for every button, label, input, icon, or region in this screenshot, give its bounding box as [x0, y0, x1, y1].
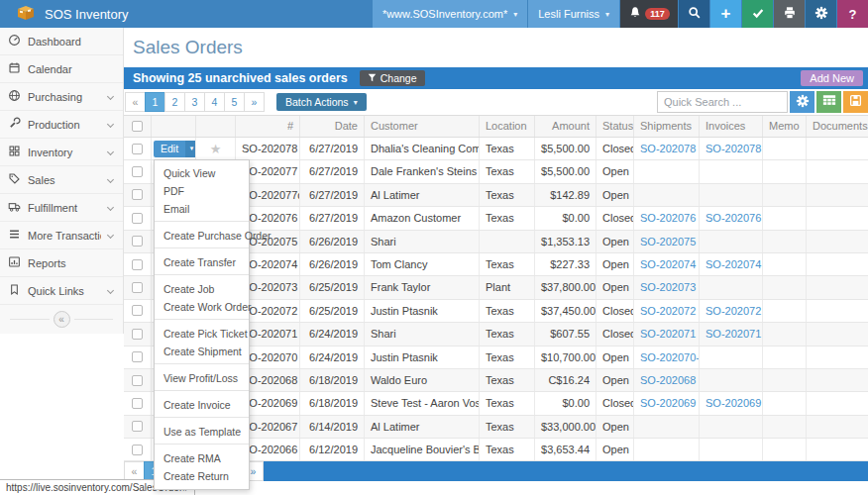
amount: $227.33 — [535, 253, 597, 275]
sidebar-item-label: Sales — [28, 174, 101, 186]
edit-dropdown-caret[interactable]: ▾ — [185, 141, 196, 157]
menu-item[interactable]: Create Purchase Order — [155, 227, 249, 248]
row-checkbox[interactable] — [132, 421, 143, 432]
row-checkbox[interactable] — [132, 144, 143, 154]
menu-item[interactable]: Create Invoice — [155, 396, 249, 418]
menu-item[interactable]: Create RMA — [155, 449, 249, 467]
page-button[interactable]: 1 — [145, 92, 165, 112]
notifications-button[interactable]: 117 — [620, 0, 678, 28]
batch-actions-label: Batch Actions — [285, 96, 349, 108]
menu-item[interactable]: Create Pick Ticket — [155, 325, 249, 343]
sidebar-item-quick-links[interactable]: Quick Links — [0, 277, 123, 305]
sidebar-item-production[interactable]: Production — [0, 111, 123, 139]
row-checkbox[interactable] — [132, 236, 143, 247]
memo — [763, 184, 807, 206]
column-settings-button[interactable] — [790, 91, 814, 113]
shipment-link[interactable]: SO-202078 — [640, 143, 696, 154]
menu-item[interactable]: View Profit/Loss — [155, 369, 249, 391]
row-checkbox[interactable] — [132, 166, 143, 177]
customer-name: Al Latimer — [365, 184, 480, 206]
menu-item[interactable]: Create Job — [155, 280, 249, 298]
order-date: 6/18/2019 — [300, 369, 365, 391]
order-date: 6/14/2019 — [300, 416, 365, 438]
sidebar-collapse-button[interactable]: « — [54, 311, 70, 328]
row-checkbox[interactable] — [132, 398, 143, 409]
printer-icon — [783, 6, 797, 23]
row-checkbox[interactable] — [132, 375, 143, 386]
menu-item[interactable]: Quick View — [155, 164, 249, 182]
status: Open — [597, 369, 634, 391]
row-checkbox[interactable] — [132, 259, 143, 270]
menu-item[interactable]: Create Transfer — [155, 253, 249, 275]
quick-search-input[interactable] — [657, 91, 788, 113]
invoice-link[interactable]: SO-202072 — [705, 305, 761, 317]
invoice-link[interactable]: SO-202069 — [705, 397, 761, 409]
batch-actions-button[interactable]: Batch Actions ▾ — [276, 93, 367, 111]
shipment-link[interactable]: SO-202073 — [640, 281, 696, 293]
documents — [807, 439, 868, 460]
menu-item[interactable]: PDF — [155, 182, 249, 200]
menu-item[interactable]: Create Shipment — [155, 343, 249, 364]
page-button[interactable]: 5 — [224, 92, 245, 112]
menu-item[interactable]: Create Work Order — [155, 298, 249, 320]
page-button[interactable]: 3 — [184, 92, 205, 112]
row-checkbox[interactable] — [132, 213, 143, 224]
tasks-button[interactable] — [742, 0, 773, 28]
table-view-button[interactable] — [816, 91, 841, 113]
documents — [807, 138, 868, 159]
menu-item[interactable]: Email — [155, 200, 249, 222]
column-header-amount: Amount — [535, 116, 597, 137]
export-save-button[interactable] — [843, 91, 868, 113]
customer-name: Justin Ptasnik — [365, 300, 480, 322]
sidebar-item-more-transactions[interactable]: More Transactions — [0, 222, 123, 249]
documents — [807, 253, 868, 275]
add-new-button[interactable]: Add New — [801, 70, 863, 86]
add-new-quick-button[interactable]: + — [710, 0, 741, 28]
shipment-link[interactable]: SO-202072 — [640, 305, 696, 317]
shipment-link[interactable]: SO-202074 — [640, 258, 696, 270]
row-checkbox[interactable] — [132, 445, 143, 455]
shipment-link[interactable]: SO-202075 — [640, 236, 696, 248]
star-icon[interactable]: ★ — [210, 142, 222, 156]
settings-button[interactable] — [806, 0, 836, 28]
change-filter-button[interactable]: Change — [360, 70, 425, 86]
sidebar-item-sales[interactable]: Sales — [0, 166, 123, 194]
shipment-link[interactable]: SO-202069 — [640, 397, 696, 409]
user-dropdown[interactable]: Lesli Furniss ▾ — [528, 0, 619, 28]
sidebar-item-calendar[interactable]: Calendar — [0, 55, 123, 83]
menu-item[interactable]: Create Return — [155, 467, 249, 485]
row-checkbox[interactable] — [132, 329, 143, 340]
row-checkbox[interactable] — [132, 282, 143, 293]
shipment-link[interactable]: SO-202068 — [640, 374, 696, 386]
select-all-checkbox[interactable] — [132, 121, 143, 132]
sidebar-item-inventory[interactable]: Inventory — [0, 139, 123, 166]
search-button[interactable] — [679, 0, 709, 28]
shipment-link[interactable]: SO-202070-1 — [640, 351, 700, 363]
menu-item[interactable]: Use as Template — [155, 423, 249, 445]
edit-button[interactable]: Edit — [154, 141, 185, 157]
sidebar-item-dashboard[interactable]: Dashboard — [0, 28, 123, 55]
row-checkbox[interactable] — [132, 189, 143, 200]
help-button[interactable]: ? — [837, 0, 868, 28]
page-button[interactable]: » — [244, 92, 265, 112]
shipment-link[interactable]: SO-202076 — [640, 212, 696, 224]
company-dropdown[interactable]: *www.SOSInventory.com* ▾ — [373, 0, 527, 28]
chevron-down-icon — [107, 176, 114, 183]
invoice-link[interactable]: SO-202078 — [705, 143, 761, 154]
print-button[interactable] — [774, 0, 805, 28]
invoice-link[interactable]: SO-202076 — [705, 212, 761, 224]
sidebar-item-fulfillment[interactable]: Fulfillment — [0, 194, 123, 222]
sidebar-item-purchasing[interactable]: Purchasing — [0, 83, 123, 111]
page-button[interactable]: 4 — [204, 92, 225, 112]
page-button[interactable]: 2 — [164, 92, 185, 112]
invoice-link[interactable]: SO-202074 — [705, 258, 761, 270]
amount: $5,500.00 — [535, 160, 597, 182]
shipment-link[interactable]: SO-202071 — [640, 328, 696, 340]
sidebar-item-reports[interactable]: Reports — [0, 249, 123, 277]
page-button[interactable]: « — [125, 92, 146, 112]
amount: $0.00 — [535, 207, 597, 229]
brand[interactable]: SOS Inventory — [0, 4, 129, 25]
row-checkbox[interactable] — [132, 351, 143, 362]
invoice-link[interactable]: SO-202071 — [705, 328, 761, 340]
row-checkbox[interactable] — [132, 305, 143, 316]
